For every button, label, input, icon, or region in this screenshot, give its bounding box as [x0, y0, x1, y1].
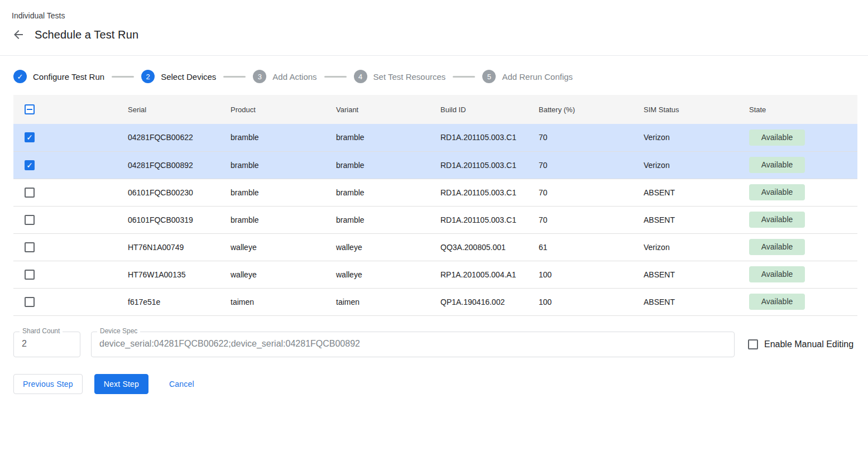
- cell-product: bramble: [217, 179, 323, 206]
- cell-sim-status: Verizon: [630, 124, 736, 151]
- device-spec-form: Shard Count 2 Device Spec device_serial:…: [13, 332, 855, 357]
- cell-build-id: RD1A.201105.003.C1: [427, 206, 525, 233]
- device-spec-value[interactable]: device_serial:04281FQCB00622;device_seri…: [92, 332, 734, 356]
- row-checkbox[interactable]: [25, 297, 35, 307]
- cell-serial: 04281FQCB00892: [114, 151, 217, 179]
- step-connector: [223, 76, 246, 78]
- schedule-test-run-page: Individual Tests Schedule a Test Run ✓Co…: [0, 0, 868, 394]
- stepper-step-4[interactable]: 4Set Test Resources: [354, 70, 446, 83]
- column-build-id: Build ID: [427, 95, 525, 124]
- cell-sim-status: ABSENT: [630, 288, 736, 315]
- cell-serial: HT76W1A00135: [114, 261, 217, 288]
- cell-battery: 70: [525, 206, 630, 233]
- table-row[interactable]: ✓04281FQCB00622bramblebrambleRD1A.201105…: [13, 124, 857, 151]
- device-spec-label: Device Spec: [97, 327, 140, 335]
- cell-variant: bramble: [323, 179, 427, 206]
- cell-serial: 06101FQCB00319: [114, 206, 217, 233]
- table-row[interactable]: f617e51etaimentaimenQP1A.190416.002100AB…: [13, 288, 857, 315]
- stepper-step-3[interactable]: 3Add Actions: [253, 70, 316, 83]
- cell-serial: 06101FQCB00230: [114, 179, 217, 206]
- cell-sim-status: ABSENT: [630, 206, 736, 233]
- cell-sim-status: Verizon: [630, 233, 736, 261]
- row-checkbox[interactable]: [25, 242, 35, 252]
- table-row[interactable]: HT76W1A00135walleyewalleyeRP1A.201005.00…: [13, 261, 857, 288]
- next-step-button[interactable]: Next Step: [94, 374, 148, 394]
- table-row[interactable]: 06101FQCB00230bramblebrambleRD1A.201105.…: [13, 179, 857, 206]
- cell-serial: f617e51e: [114, 288, 217, 315]
- step-number: 2: [141, 70, 155, 83]
- enable-manual-editing[interactable]: Enable Manual Editing: [748, 339, 853, 349]
- cell-serial: HT76N1A00749: [114, 233, 217, 261]
- cell-build-id: RD1A.201105.003.C1: [427, 179, 525, 206]
- cell-sim-status: ABSENT: [630, 261, 736, 288]
- column-state: State: [736, 95, 857, 124]
- stepper-step-2[interactable]: 2Select Devices: [141, 70, 216, 83]
- enable-manual-editing-label: Enable Manual Editing: [764, 339, 853, 349]
- row-checkbox[interactable]: ✓: [25, 160, 35, 170]
- cell-variant: walleye: [323, 261, 427, 288]
- step-label: Configure Test Run: [33, 72, 104, 81]
- cell-serial: 04281FQCB00622: [114, 124, 217, 151]
- cell-sim-status: ABSENT: [630, 179, 736, 206]
- check-icon: ✓: [13, 70, 27, 83]
- step-connector: [453, 76, 475, 78]
- page-header: Individual Tests Schedule a Test Run: [0, 0, 868, 44]
- cell-variant: walleye: [323, 233, 427, 261]
- table-row[interactable]: 06101FQCB00319bramblebrambleRD1A.201105.…: [13, 206, 857, 233]
- device-spec-field[interactable]: Device Spec device_serial:04281FQCB00622…: [91, 332, 735, 357]
- step-number: 5: [482, 70, 496, 83]
- state-badge: Available: [749, 294, 805, 310]
- column-sim-status: SIM Status: [630, 95, 736, 124]
- step-label: Set Test Resources: [373, 72, 446, 81]
- cell-product: bramble: [217, 124, 323, 151]
- cell-product: taimen: [217, 288, 323, 315]
- stepper-step-5[interactable]: 5Add Rerun Configs: [482, 70, 573, 83]
- cell-product: bramble: [217, 206, 323, 233]
- cell-battery: 100: [525, 261, 630, 288]
- cell-variant: bramble: [323, 206, 427, 233]
- cell-build-id: RD1A.201105.003.C1: [427, 151, 525, 179]
- cell-battery: 70: [525, 179, 630, 206]
- state-badge: Available: [749, 212, 805, 228]
- cell-product: walleye: [217, 233, 323, 261]
- state-badge: Available: [749, 130, 805, 146]
- column-product: Product: [217, 95, 323, 124]
- step-connector: [112, 76, 134, 78]
- enable-manual-editing-checkbox[interactable]: [748, 339, 758, 349]
- select-all-checkbox[interactable]: [25, 104, 35, 114]
- state-badge: Available: [749, 239, 805, 255]
- step-label: Add Rerun Configs: [502, 72, 573, 81]
- row-checkbox[interactable]: [25, 188, 35, 198]
- cell-battery: 61: [525, 233, 630, 261]
- shard-count-field[interactable]: Shard Count 2: [13, 332, 80, 357]
- row-checkbox[interactable]: [25, 270, 35, 280]
- step-label: Select Devices: [161, 72, 216, 81]
- cell-build-id: RP1A.201005.004.A1: [427, 261, 525, 288]
- state-badge: Available: [749, 157, 805, 173]
- back-arrow-icon[interactable]: [12, 28, 25, 41]
- actions-row: Previous Step Next Step Cancel: [13, 374, 855, 394]
- row-checkbox[interactable]: [25, 215, 35, 225]
- state-badge: Available: [749, 266, 805, 282]
- stepper: ✓Configure Test Run2Select Devices3Add A…: [13, 69, 868, 84]
- step-number: 4: [354, 70, 367, 83]
- cell-variant: bramble: [323, 151, 427, 179]
- cell-battery: 100: [525, 288, 630, 315]
- shard-count-value[interactable]: 2: [14, 332, 80, 356]
- column-serial: Serial: [114, 95, 217, 124]
- cell-variant: bramble: [323, 124, 427, 151]
- cell-variant: taimen: [323, 288, 427, 315]
- table-row[interactable]: HT76N1A00749walleyewalleyeQQ3A.200805.00…: [13, 233, 857, 261]
- cell-sim-status: Verizon: [630, 151, 736, 179]
- cell-product: bramble: [217, 151, 323, 179]
- cancel-button[interactable]: Cancel: [160, 374, 203, 394]
- table-row[interactable]: ✓04281FQCB00892bramblebrambleRD1A.201105…: [13, 151, 857, 179]
- devices-table: Serial Product Variant Build ID Battery …: [13, 95, 857, 316]
- step-label: Add Actions: [272, 72, 316, 81]
- column-battery: Battery (%): [525, 95, 630, 124]
- page-title: Schedule a Test Run: [35, 28, 138, 41]
- previous-step-button[interactable]: Previous Step: [13, 374, 83, 394]
- state-badge: Available: [749, 184, 805, 200]
- row-checkbox[interactable]: ✓: [25, 132, 35, 142]
- stepper-step-1[interactable]: ✓Configure Test Run: [13, 70, 104, 83]
